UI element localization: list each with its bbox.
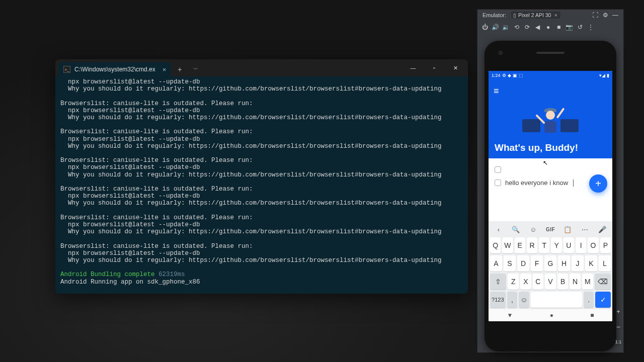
key-u[interactable]: U: [564, 237, 574, 253]
key-i[interactable]: I: [576, 237, 586, 253]
volume-down-icon[interactable]: 🔉: [501, 22, 511, 32]
emulator-window: Emulator: ▯ Pixel 2 API 30 × ⛶ ⚙ — ⏻ 🔊 🔉…: [477, 9, 624, 353]
key-c[interactable]: C: [533, 274, 544, 290]
close-window-button[interactable]: ✕: [445, 60, 466, 75]
battery-icon: ▮: [607, 73, 609, 78]
expand-icon[interactable]: ⛶: [590, 12, 600, 19]
phone-camera: [499, 51, 503, 55]
minimize-emulator-button[interactable]: —: [610, 12, 620, 19]
key-y[interactable]: Y: [551, 237, 561, 253]
mic-icon[interactable]: 🎤: [597, 226, 608, 233]
phone-speaker: [536, 52, 565, 54]
status-icon: ▣: [513, 73, 517, 78]
plus-icon: +: [595, 178, 601, 190]
emulator-device-chip[interactable]: ▯ Pixel 2 API 30 ×: [511, 12, 560, 19]
collapse-keyboard-icon[interactable]: ‹: [493, 226, 504, 233]
more-keyboard-icon[interactable]: ⋯: [580, 226, 591, 233]
clipboard-icon[interactable]: 📋: [562, 226, 573, 233]
terminal-output[interactable]: npx browserslist@latest --update-db Why …: [55, 76, 468, 294]
new-tab-button[interactable]: +: [172, 62, 187, 76]
status-icon: ⬚: [519, 73, 523, 78]
task-row[interactable]: [494, 163, 607, 176]
signal-icon: ▾◢: [599, 73, 605, 78]
nav-back-icon[interactable]: ▼: [507, 312, 513, 319]
close-device-icon[interactable]: ×: [554, 12, 557, 18]
terminal-window: >_ C:\Windows\system32\cmd.ex × + ﹀ — ▫ …: [55, 59, 468, 294]
comma-key[interactable]: ,: [507, 292, 517, 308]
status-icon: ◆: [508, 73, 511, 78]
symbols-key[interactable]: ?123: [490, 292, 506, 308]
key-t[interactable]: T: [539, 237, 549, 253]
menu-icon[interactable]: ≡: [494, 86, 607, 97]
key-m[interactable]: M: [582, 274, 593, 290]
text-cursor: [573, 179, 574, 187]
emulator-device-name: Pixel 2 API 30: [518, 12, 551, 18]
key-s[interactable]: S: [504, 255, 516, 272]
terminal-tab-title: C:\Windows\system32\cmd.ex: [74, 66, 155, 73]
back-icon[interactable]: ◀: [532, 22, 543, 32]
screenshot-icon[interactable]: 📷: [564, 22, 575, 32]
home-icon[interactable]: ●: [543, 22, 553, 32]
key-a[interactable]: A: [490, 255, 502, 272]
terminal-titlebar: >_ C:\Windows\system32\cmd.ex × + ﹀ — ▫ …: [55, 59, 468, 76]
key-k[interactable]: K: [585, 255, 597, 272]
backspace-key[interactable]: ⌫: [595, 274, 611, 290]
tab-dropdown-icon[interactable]: ﹀: [188, 62, 203, 76]
key-f[interactable]: F: [531, 255, 543, 272]
key-e[interactable]: E: [515, 237, 525, 253]
key-q[interactable]: Q: [490, 237, 501, 253]
key-z[interactable]: Z: [508, 274, 519, 290]
zoom-out-button[interactable]: –: [617, 321, 620, 332]
checkbox-icon[interactable]: [495, 179, 501, 186]
key-l[interactable]: L: [599, 255, 611, 272]
emulator-toolbar: ⏻ 🔊 🔉 ⟲ ⟳ ◀ ● ■ 📷 ↺ ⋮: [477, 21, 623, 34]
zoom-reset-button[interactable]: 1:1: [615, 336, 622, 347]
key-v[interactable]: V: [545, 274, 556, 290]
nav-home-icon[interactable]: ●: [550, 312, 553, 319]
key-o[interactable]: O: [588, 237, 598, 253]
key-b[interactable]: B: [557, 274, 569, 290]
rotate-right-icon[interactable]: ⟳: [522, 22, 532, 32]
settings-icon[interactable]: ⚙: [600, 12, 610, 19]
emulator-side-controls: + – 1:1: [613, 306, 623, 347]
phone-screen: 1:24 ⚙ ◆ ▣ ⬚ ▾◢ ▮ ≡: [489, 71, 612, 321]
status-time: 1:24: [492, 73, 501, 78]
zoom-in-button[interactable]: +: [616, 306, 620, 317]
key-n[interactable]: N: [570, 274, 581, 290]
key-x[interactable]: X: [520, 274, 531, 290]
key-j[interactable]: J: [572, 255, 584, 272]
volume-up-icon[interactable]: 🔊: [490, 22, 501, 32]
sticker-icon[interactable]: ☺: [528, 226, 539, 233]
shift-key[interactable]: ⇧: [490, 274, 506, 290]
status-bar: 1:24 ⚙ ◆ ▣ ⬚ ▾◢ ▮: [489, 71, 612, 80]
space-key[interactable]: [531, 292, 582, 308]
gif-button[interactable]: GIF: [545, 227, 556, 232]
key-p[interactable]: P: [600, 237, 611, 253]
soft-keyboard: ‹ 🔍 ☺ GIF 📋 ⋯ 🎤 QWERTYUIOP ASDFGHJKL ⇧ZX…: [489, 221, 612, 309]
key-h[interactable]: H: [558, 255, 570, 272]
keyboard-suggestion-bar: ‹ 🔍 ☺ GIF 📋 ⋯ 🎤: [490, 223, 611, 235]
more-icon[interactable]: ⋮: [585, 22, 596, 32]
emoji-key[interactable]: ☺: [519, 292, 529, 308]
key-g[interactable]: G: [544, 255, 556, 272]
search-icon[interactable]: 🔍: [510, 226, 521, 233]
key-w[interactable]: W: [502, 237, 513, 253]
close-tab-icon[interactable]: ×: [159, 66, 167, 73]
key-d[interactable]: D: [517, 255, 529, 272]
add-task-fab[interactable]: +: [589, 174, 607, 193]
minimize-button[interactable]: —: [403, 60, 424, 75]
phone-icon: ▯: [513, 13, 516, 18]
app-header: ≡ What's up, Buddy!: [489, 80, 612, 158]
overview-icon[interactable]: ■: [553, 22, 564, 32]
enter-key[interactable]: ✓: [595, 292, 611, 308]
record-icon[interactable]: ↺: [575, 22, 585, 32]
period-key[interactable]: .: [584, 292, 594, 308]
maximize-button[interactable]: ▫: [424, 60, 445, 75]
power-icon[interactable]: ⏻: [479, 22, 490, 32]
checkbox-icon[interactable]: [495, 166, 501, 173]
key-r[interactable]: R: [527, 237, 537, 253]
rotate-left-icon[interactable]: ⟲: [511, 22, 522, 32]
terminal-tab[interactable]: >_ C:\Windows\system32\cmd.ex ×: [58, 62, 171, 76]
header-illustration: [520, 97, 581, 132]
nav-overview-icon[interactable]: ■: [590, 312, 594, 319]
